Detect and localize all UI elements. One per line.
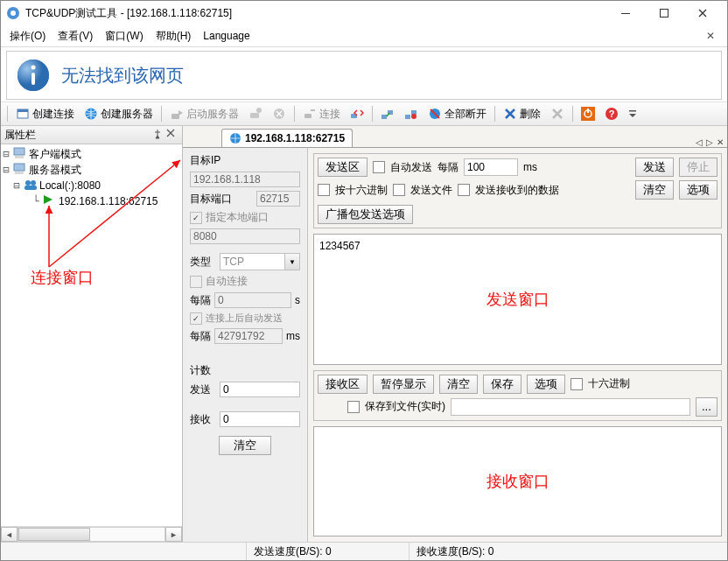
svg-rect-32 [15, 156, 24, 158]
svg-rect-13 [250, 113, 259, 118]
connect-button[interactable]: 连接 [298, 103, 345, 124]
menu-operate[interactable]: 操作(O) [10, 29, 46, 44]
pc-icon [13, 147, 27, 161]
panel-close-icon[interactable] [166, 129, 178, 141]
menu-help[interactable]: 帮助(H) [156, 29, 192, 44]
play-icon [43, 194, 57, 208]
send-options-button[interactable]: 选项 [679, 180, 718, 200]
app-icon [6, 6, 20, 20]
tab-nav-next[interactable]: ▷ [706, 137, 713, 147]
connect-icon [303, 107, 317, 121]
send-textarea-wrap: 发送窗口 [313, 234, 722, 365]
svg-point-14 [256, 108, 262, 113]
recv-area-toggle[interactable]: 接收区 [318, 375, 368, 394]
send-textarea[interactable] [318, 238, 721, 364]
send-file-checkbox[interactable] [393, 184, 405, 196]
scroll-thumb[interactable] [18, 528, 90, 541]
disconnect-all-button[interactable]: 全部断开 [424, 103, 491, 124]
tab-nav-prev[interactable]: ◁ [696, 137, 703, 147]
broadcast-options-button[interactable]: 广播包发送选项 [318, 205, 413, 224]
recv-clear-button[interactable]: 清空 [439, 375, 478, 394]
cancel-icon [272, 107, 286, 121]
server-pair-a[interactable] [376, 103, 399, 124]
scroll-left-button[interactable]: ◄ [1, 527, 18, 542]
counts-clear-button[interactable]: 清空 [219, 436, 271, 455]
recv-file-path-input[interactable] [451, 398, 690, 416]
auto-send-checkbox[interactable] [373, 161, 385, 173]
svg-rect-31 [14, 148, 24, 155]
recv-save-button[interactable]: 保存 [483, 375, 522, 394]
target-port-input[interactable] [256, 191, 300, 207]
question-icon: ? [605, 107, 619, 121]
tool-help[interactable]: ? [600, 103, 623, 124]
recv-hex-checkbox[interactable] [570, 378, 583, 390]
menu-view[interactable]: 查看(V) [58, 29, 93, 44]
tab-globe-icon [229, 132, 242, 144]
pin-icon[interactable] [152, 129, 164, 141]
target-port-label: 目标端口 [190, 192, 253, 207]
window-title: TCP&UDP测试工具 - [192.168.1.118:62715] [25, 6, 606, 21]
delete-button[interactable]: 删除 [499, 103, 545, 124]
svg-marker-38 [44, 195, 52, 204]
svg-point-7 [32, 66, 36, 70]
send-button[interactable]: 发送 [635, 158, 674, 177]
create-connection-button[interactable]: 创建连接 [11, 103, 79, 124]
count-recv-input[interactable] [220, 411, 300, 427]
tree-local-node[interactable]: ⊟ Local(:):8080 [1, 178, 182, 193]
close-button[interactable] [683, 1, 722, 25]
tree-hscrollbar[interactable]: ◄ ► [1, 526, 182, 542]
status-send-speed: 发送速度(B/S): 0 [246, 543, 339, 560]
count-send-input[interactable] [220, 382, 300, 397]
send-clear-button[interactable]: 清空 [635, 180, 674, 200]
server-button-b[interactable] [268, 103, 290, 124]
svg-rect-6 [32, 73, 35, 85]
type-select[interactable]: TCP [220, 253, 285, 270]
server-pair-b[interactable] [400, 103, 423, 124]
disconnect-button[interactable] [346, 103, 368, 124]
svg-rect-2 [621, 13, 630, 14]
send-received-checkbox[interactable] [458, 184, 470, 196]
tool-dropdown[interactable] [624, 103, 647, 124]
menu-window[interactable]: 窗口(W) [105, 29, 143, 44]
connection-tab[interactable]: 192.168.1.118:62715 [221, 129, 353, 147]
tree-server-mode[interactable]: ⊟ 服务器模式 [1, 162, 182, 178]
type-label: 类型 [190, 255, 211, 270]
type-select-arrow[interactable]: ▼ [285, 253, 300, 270]
svg-rect-9 [18, 109, 28, 112]
tool-orange[interactable] [577, 103, 599, 124]
page-header: 无法找到该网页 [6, 51, 722, 100]
server-button-a[interactable] [244, 103, 267, 124]
recv-pause-button[interactable]: 暂停显示 [373, 375, 434, 394]
start-server-button[interactable]: 启动服务器 [165, 103, 243, 124]
delete-grey-icon [550, 107, 564, 121]
send-area-toggle[interactable]: 发送区 [318, 158, 368, 177]
connection-tree[interactable]: ⊟ 客户端模式 ⊟ 服务器模式 ⊟ Local(:):8080 └ [1, 144, 182, 526]
send-hex-checkbox[interactable] [318, 184, 330, 196]
send-interval-input[interactable] [464, 158, 518, 176]
tree-client-mode[interactable]: ⊟ 客户端模式 [1, 146, 182, 162]
menu-close-icon[interactable]: ✕ [706, 30, 715, 42]
recv-options-button[interactable]: 选项 [527, 375, 565, 394]
scroll-right-button[interactable]: ► [165, 527, 182, 542]
target-ip-input[interactable] [190, 172, 300, 187]
svg-marker-30 [629, 114, 636, 117]
recv-save-file-checkbox[interactable] [347, 401, 360, 413]
svg-rect-11 [172, 114, 179, 119]
recv-toolbar: 接收区 暂停显示 清空 保存 选项 十六进制 [318, 375, 718, 394]
menu-language[interactable]: Language [203, 30, 249, 42]
svg-rect-26 [587, 109, 589, 113]
stop-send-button: 停止 [679, 158, 718, 177]
recv-textarea[interactable] [318, 431, 721, 536]
scroll-track[interactable] [18, 527, 165, 542]
tab-row: 192.168.1.118:62715 ◁ ▷ ✕ [183, 126, 727, 147]
recv-browse-button[interactable]: ... [696, 397, 718, 417]
title-bar: TCP&UDP测试工具 - [192.168.1.118:62715] [1, 1, 727, 25]
maximize-button[interactable] [645, 1, 683, 25]
delete-extra-button[interactable] [546, 103, 569, 124]
create-server-button[interactable]: 创建服务器 [80, 103, 158, 124]
minimize-button[interactable] [606, 1, 645, 25]
svg-rect-34 [15, 172, 24, 174]
tree-connection-node[interactable]: └ 192.168.1.118:62715 [1, 193, 182, 209]
counts-title: 计数 [190, 363, 300, 378]
tab-nav-close[interactable]: ✕ [717, 137, 724, 147]
